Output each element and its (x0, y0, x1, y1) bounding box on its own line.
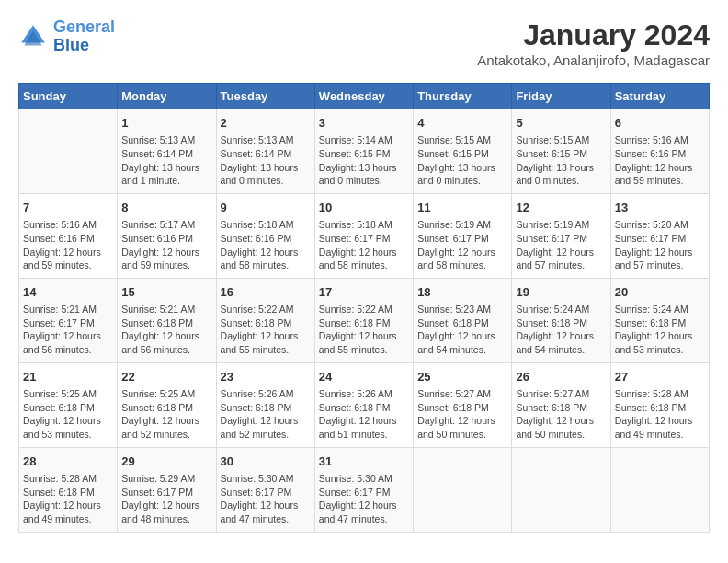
calendar-cell: 4Sunrise: 5:15 AMSunset: 6:15 PMDaylight… (414, 109, 512, 194)
calendar-cell: 25Sunrise: 5:27 AMSunset: 6:18 PMDayligh… (414, 362, 512, 447)
day-number: 20 (615, 284, 705, 301)
logo-text: General Blue (53, 18, 115, 55)
calendar-cell: 2Sunrise: 5:13 AMSunset: 6:14 PMDaylight… (216, 109, 314, 194)
day-number: 15 (121, 284, 211, 301)
calendar-cell: 27Sunrise: 5:28 AMSunset: 6:18 PMDayligh… (610, 362, 709, 447)
day-number: 16 (221, 284, 311, 301)
day-number: 12 (516, 200, 606, 216)
day-number: 7 (23, 200, 113, 216)
day-info: Sunrise: 5:20 AMSunset: 6:17 PMDaylight:… (615, 218, 705, 272)
calendar-cell: 1Sunrise: 5:13 AMSunset: 6:14 PMDaylight… (118, 109, 216, 194)
day-info: Sunrise: 5:24 AMSunset: 6:18 PMDaylight:… (615, 303, 705, 357)
logo-icon (18, 22, 48, 52)
logo: General Blue (18, 18, 115, 55)
day-info: Sunrise: 5:13 AMSunset: 6:14 PMDaylight:… (221, 133, 311, 188)
calendar-cell (512, 447, 610, 532)
calendar-cell: 23Sunrise: 5:26 AMSunset: 6:18 PMDayligh… (216, 362, 314, 447)
day-number: 29 (121, 454, 211, 470)
day-number: 22 (121, 369, 211, 385)
day-number: 18 (417, 284, 507, 301)
day-info: Sunrise: 5:26 AMSunset: 6:18 PMDaylight:… (221, 387, 311, 442)
weekday-header-thursday: Thursday (414, 84, 512, 109)
weekday-header-sunday: Sunday (19, 84, 118, 109)
calendar-cell: 29Sunrise: 5:29 AMSunset: 6:17 PMDayligh… (118, 447, 216, 532)
calendar-cell: 3Sunrise: 5:14 AMSunset: 6:15 PMDaylight… (314, 109, 413, 194)
day-number: 2 (221, 115, 311, 132)
calendar-cell: 13Sunrise: 5:20 AMSunset: 6:17 PMDayligh… (610, 193, 709, 278)
calendar-week-row: 28Sunrise: 5:28 AMSunset: 6:18 PMDayligh… (19, 447, 710, 532)
calendar-cell (414, 447, 512, 532)
day-info: Sunrise: 5:19 AMSunset: 6:17 PMDaylight:… (417, 218, 507, 272)
day-number: 25 (417, 369, 507, 385)
day-info: Sunrise: 5:23 AMSunset: 6:18 PMDaylight:… (417, 303, 507, 357)
weekday-header-friday: Friday (512, 84, 610, 109)
calendar-cell: 15Sunrise: 5:21 AMSunset: 6:18 PMDayligh… (118, 278, 216, 362)
calendar-table: SundayMondayTuesdayWednesdayThursdayFrid… (18, 83, 710, 533)
weekday-header-wednesday: Wednesday (314, 84, 413, 109)
calendar-cell: 22Sunrise: 5:25 AMSunset: 6:18 PMDayligh… (118, 362, 216, 447)
day-info: Sunrise: 5:28 AMSunset: 6:18 PMDaylight:… (615, 387, 705, 442)
calendar-week-row: 21Sunrise: 5:25 AMSunset: 6:18 PMDayligh… (19, 362, 710, 447)
calendar-cell (610, 447, 709, 532)
day-number: 19 (516, 284, 606, 301)
calendar-week-row: 7Sunrise: 5:16 AMSunset: 6:16 PMDaylight… (19, 193, 710, 278)
day-info: Sunrise: 5:21 AMSunset: 6:18 PMDaylight:… (121, 303, 211, 357)
day-info: Sunrise: 5:22 AMSunset: 6:18 PMDaylight:… (319, 303, 409, 357)
calendar-cell: 20Sunrise: 5:24 AMSunset: 6:18 PMDayligh… (610, 278, 709, 362)
day-number: 27 (615, 369, 705, 385)
calendar-cell: 26Sunrise: 5:27 AMSunset: 6:18 PMDayligh… (512, 362, 610, 447)
calendar-cell: 28Sunrise: 5:28 AMSunset: 6:18 PMDayligh… (19, 447, 118, 532)
month-title: January 2024 (477, 18, 710, 52)
day-info: Sunrise: 5:25 AMSunset: 6:18 PMDaylight:… (23, 387, 113, 442)
calendar-cell: 31Sunrise: 5:30 AMSunset: 6:17 PMDayligh… (314, 447, 413, 532)
day-number: 17 (319, 284, 409, 301)
day-number: 10 (319, 200, 409, 216)
calendar-cell: 7Sunrise: 5:16 AMSunset: 6:16 PMDaylight… (19, 193, 118, 278)
day-info: Sunrise: 5:15 AMSunset: 6:15 PMDaylight:… (516, 133, 606, 188)
day-number: 4 (417, 115, 507, 132)
calendar-cell: 11Sunrise: 5:19 AMSunset: 6:17 PMDayligh… (414, 193, 512, 278)
day-info: Sunrise: 5:25 AMSunset: 6:18 PMDaylight:… (121, 387, 211, 442)
location-subtitle: Antakotako, Analanjirofo, Madagascar (477, 52, 710, 68)
weekday-header-saturday: Saturday (610, 84, 709, 109)
weekday-header-tuesday: Tuesday (216, 84, 314, 109)
day-info: Sunrise: 5:16 AMSunset: 6:16 PMDaylight:… (615, 133, 705, 188)
day-number: 8 (121, 200, 211, 216)
day-number: 28 (23, 454, 113, 470)
calendar-cell: 12Sunrise: 5:19 AMSunset: 6:17 PMDayligh… (512, 193, 610, 278)
calendar-cell: 24Sunrise: 5:26 AMSunset: 6:18 PMDayligh… (314, 362, 413, 447)
day-number: 14 (23, 284, 113, 301)
calendar-cell: 19Sunrise: 5:24 AMSunset: 6:18 PMDayligh… (512, 278, 610, 362)
calendar-cell (19, 109, 118, 194)
calendar-cell: 30Sunrise: 5:30 AMSunset: 6:17 PMDayligh… (216, 447, 314, 532)
calendar-cell: 16Sunrise: 5:22 AMSunset: 6:18 PMDayligh… (216, 278, 314, 362)
day-info: Sunrise: 5:13 AMSunset: 6:14 PMDaylight:… (121, 133, 211, 188)
title-block: January 2024 Antakotako, Analanjirofo, M… (477, 18, 710, 68)
day-info: Sunrise: 5:29 AMSunset: 6:17 PMDaylight:… (121, 472, 211, 526)
day-number: 1 (121, 115, 211, 132)
weekday-header-monday: Monday (118, 84, 216, 109)
day-number: 3 (319, 115, 409, 132)
day-number: 9 (221, 200, 311, 216)
day-info: Sunrise: 5:19 AMSunset: 6:17 PMDaylight:… (516, 218, 606, 272)
calendar-cell: 14Sunrise: 5:21 AMSunset: 6:17 PMDayligh… (19, 278, 118, 362)
day-number: 5 (516, 115, 606, 132)
day-number: 21 (23, 369, 113, 385)
day-number: 13 (615, 200, 705, 216)
day-info: Sunrise: 5:17 AMSunset: 6:16 PMDaylight:… (121, 218, 211, 272)
calendar-cell: 10Sunrise: 5:18 AMSunset: 6:17 PMDayligh… (314, 193, 413, 278)
day-info: Sunrise: 5:16 AMSunset: 6:16 PMDaylight:… (23, 218, 113, 272)
day-number: 24 (319, 369, 409, 385)
day-info: Sunrise: 5:30 AMSunset: 6:17 PMDaylight:… (221, 472, 311, 526)
day-info: Sunrise: 5:28 AMSunset: 6:18 PMDaylight:… (23, 472, 113, 526)
calendar-cell: 9Sunrise: 5:18 AMSunset: 6:16 PMDaylight… (216, 193, 314, 278)
day-number: 26 (516, 369, 606, 385)
day-number: 30 (221, 454, 311, 470)
day-info: Sunrise: 5:15 AMSunset: 6:15 PMDaylight:… (417, 133, 507, 188)
calendar-week-row: 1Sunrise: 5:13 AMSunset: 6:14 PMDaylight… (19, 109, 710, 194)
day-number: 6 (615, 115, 705, 132)
day-info: Sunrise: 5:22 AMSunset: 6:18 PMDaylight:… (221, 303, 311, 357)
calendar-header: SundayMondayTuesdayWednesdayThursdayFrid… (19, 84, 710, 109)
calendar-cell: 8Sunrise: 5:17 AMSunset: 6:16 PMDaylight… (118, 193, 216, 278)
day-info: Sunrise: 5:30 AMSunset: 6:17 PMDaylight:… (319, 472, 409, 526)
